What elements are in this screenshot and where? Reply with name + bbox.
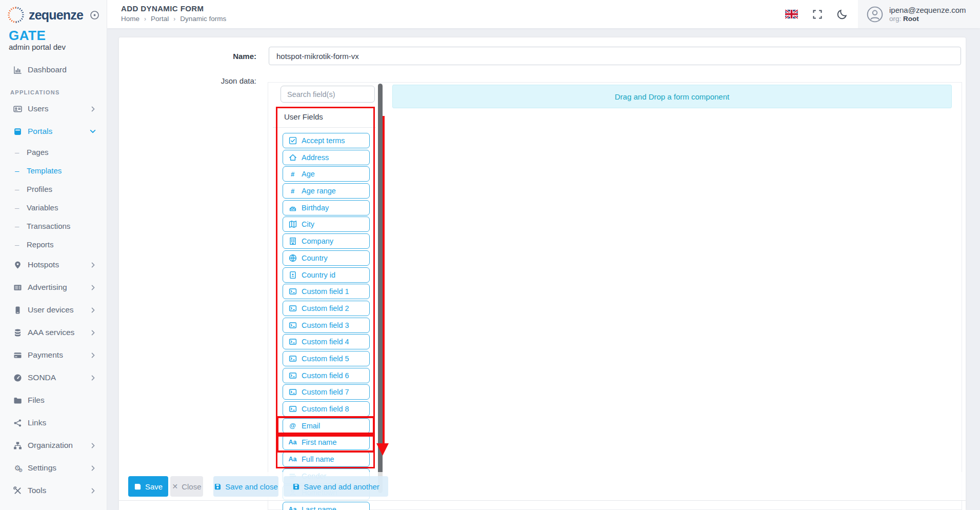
input-field-icon [288,338,297,346]
sidebar-item-aaa-services[interactable]: AAA services [0,321,107,344]
sidebar-subitem-profiles[interactable]: –Profiles [0,180,107,198]
field-item-email[interactable]: @Email [283,418,370,434]
input-field-icon [288,287,297,296]
form-name-input[interactable] [269,47,961,65]
sidebar-item-hotspots[interactable]: Hotspots [0,253,107,276]
sidebar-item-payments[interactable]: Payments [0,344,107,366]
field-item-country[interactable]: Country [283,250,370,266]
save-and-close-button[interactable]: Save and close [213,476,278,497]
save-and-add-another-button[interactable]: Save and add another [284,476,388,497]
field-item-custom-field-4[interactable]: Custom field 4 [283,334,370,349]
sidebar-item-organization[interactable]: Organization [0,434,107,457]
user-menu[interactable]: ipena@zequenze.com org: Root [858,0,980,28]
target-icon[interactable] [90,10,99,20]
sidebar-subitem-templates[interactable]: –Templates [0,161,107,180]
field-item-custom-field-7[interactable]: Custom field 7 [283,384,370,400]
field-item-company[interactable]: Company [283,233,370,249]
input-field-icon [288,388,297,396]
sidebar-item-advertising[interactable]: Advertising [0,276,107,299]
dash-icon: – [15,240,21,249]
topbar: ADD DYNAMIC FORM Home›Portal›Dynamic for… [107,0,980,28]
user-org: org: Root [889,15,966,23]
chevron-right-icon [90,106,96,112]
field-item-address[interactable]: Address [283,150,370,165]
sidebar-nav: DashboardAPPLICATIONSUsersPortals–Pages–… [0,58,107,502]
dash-icon: – [15,222,21,230]
newspaper-icon [13,283,22,292]
annotation-arrow-head-icon [376,443,389,456]
field-item-birthday[interactable]: Birthday [283,200,370,215]
user-avatar-icon [866,6,884,23]
database-icon [13,328,22,337]
chevron-right-icon [90,375,96,381]
field-item-custom-field-5[interactable]: Custom field 5 [283,351,370,366]
map-icon [288,220,297,228]
breadcrumb-separator: › [173,15,175,23]
chart-bar-icon [13,66,22,74]
hash-icon: # [288,187,297,195]
sidebar-subitem-transactions[interactable]: –Transactions [0,217,107,235]
folder-icon [13,396,22,405]
chevron-right-icon [90,262,96,268]
sidebar-subitem-reports[interactable]: –Reports [0,235,107,253]
breadcrumb-item-dynamic-forms[interactable]: Dynamic forms [180,15,226,23]
sidebar-section-applications: APPLICATIONS [0,89,107,95]
breadcrumb: Home›Portal›Dynamic forms [121,15,226,23]
sidebar-subitem-variables[interactable]: –Variables [0,198,107,217]
field-item-age-range[interactable]: #Age range [283,183,370,199]
tools-icon [13,486,22,495]
zequenze-logo-icon [7,6,25,24]
field-item-accept-terms[interactable]: Accept terms [283,133,370,148]
gate-block: GATE admin portal dev [0,24,107,51]
share-nodes-icon [13,419,22,427]
field-item-country-id[interactable]: Country id [283,267,370,283]
sidebar-item-user-devices[interactable]: User devices [0,299,107,321]
chevron-right-icon [90,329,96,336]
id-badge-icon [288,271,297,279]
fullscreen-icon[interactable] [812,9,823,19]
sidebar-subitem-pages[interactable]: –Pages [0,143,107,161]
field-item-last-name[interactable]: AaLast name [283,502,370,510]
dropzone[interactable]: Drag and Drop a form component [392,85,952,108]
user-email: ipena@zequenze.com [889,6,966,14]
field-item-first-name[interactable]: AaFirst name [283,435,370,450]
field-item-age[interactable]: #Age [283,166,370,182]
chevron-right-icon [90,352,96,359]
sidebar-item-sonda[interactable]: SONDA [0,366,107,389]
sidebar-item-portals[interactable]: Portals [0,120,107,143]
field-item-custom-field-6[interactable]: Custom field 6 [283,368,370,383]
dash-icon: – [15,166,21,175]
field-item-custom-field-8[interactable]: Custom field 8 [283,401,370,417]
sidebar: zequenze GATE admin portal dev Dashboard… [0,0,107,510]
sidebar-item-links[interactable]: Links [0,411,107,434]
field-item-custom-field-3[interactable]: Custom field 3 [283,318,370,333]
breadcrumb-item-home[interactable]: Home [121,15,139,23]
field-item-full-name[interactable]: AaFull name [283,452,370,467]
fields-scrollbar[interactable] [378,84,383,493]
chevron-right-icon [90,307,96,313]
check-square-icon [288,136,297,145]
product-title: GATE [9,29,98,42]
search-fields-input[interactable] [281,86,375,103]
uk-flag-icon[interactable] [785,10,798,18]
field-item-custom-field-2[interactable]: Custom field 2 [283,301,370,316]
sidebar-item-users[interactable]: Users [0,97,107,120]
sidebar-item-tools[interactable]: Tools [0,479,107,502]
save-icon [292,483,300,491]
close-button[interactable]: ✕ Close [170,476,203,497]
breadcrumb-item-portal[interactable]: Portal [151,15,169,23]
birthday-cake-icon [288,204,297,212]
close-icon: ✕ [172,482,178,491]
sidebar-item-settings[interactable]: ⚙⚙Settings [0,457,107,479]
annotation-arrow-line [383,116,385,444]
home-icon [288,153,297,162]
dark-mode-moon-icon[interactable] [837,9,848,19]
sidebar-item-dashboard[interactable]: Dashboard [0,58,107,81]
field-item-city[interactable]: City [283,217,370,232]
chevron-right-icon [90,487,96,494]
json-data-label: Json data: [119,76,256,85]
field-item-custom-field-1[interactable]: Custom field 1 [283,284,370,299]
text-aa-icon: Aa [288,439,297,446]
save-button[interactable]: Save [128,476,168,497]
sidebar-item-files[interactable]: Files [0,389,107,411]
